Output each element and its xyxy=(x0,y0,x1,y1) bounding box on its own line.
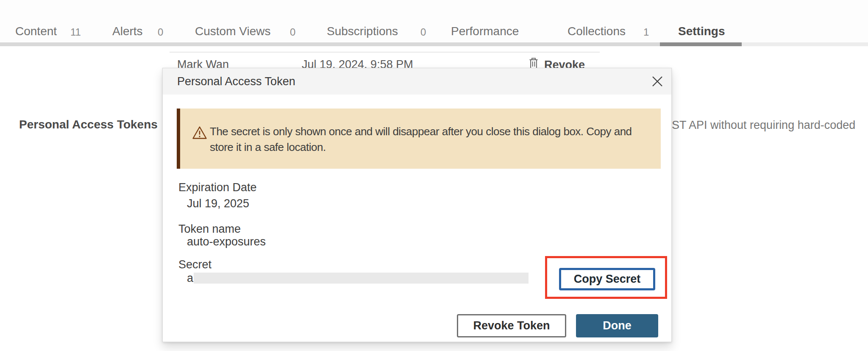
warning-triangle-icon xyxy=(192,125,207,142)
warning-message: The secret is only shown once and will d… xyxy=(210,124,632,155)
done-button[interactable]: Done xyxy=(576,314,658,337)
section-description-fragment: ST API without requiring hard-coded xyxy=(672,119,855,132)
tab-content[interactable]: Content xyxy=(15,25,57,38)
expiration-date-label: Expiration Date xyxy=(178,181,257,194)
revoke-token-button[interactable]: Revoke Token xyxy=(457,314,566,337)
warning-message-line1: The secret is only shown once and will d… xyxy=(210,124,632,139)
section-title: Personal Access Tokens xyxy=(19,118,158,131)
dialog-header: Personal Access Token xyxy=(163,68,671,95)
tab-bar: Content 11 Alerts 0 Custom Views 0 Subsc… xyxy=(0,0,868,46)
warning-banner: The secret is only shown once and will d… xyxy=(177,109,661,169)
tab-subscriptions-count: 0 xyxy=(420,26,426,38)
table-row-divider xyxy=(170,52,600,53)
copy-secret-button[interactable]: Copy Secret xyxy=(559,268,655,290)
expiration-date-value: Jul 19, 2025 xyxy=(187,197,249,210)
tab-strip-divider-right xyxy=(742,42,868,46)
tab-collections[interactable]: Collections xyxy=(568,25,626,38)
close-icon[interactable] xyxy=(650,74,665,89)
tab-custom-views[interactable]: Custom Views xyxy=(195,25,270,38)
settings-page: Content 11 Alerts 0 Custom Views 0 Subsc… xyxy=(0,0,868,351)
tab-custom-views-count: 0 xyxy=(290,26,295,38)
tab-collections-count: 1 xyxy=(643,26,649,38)
secret-masked-bar xyxy=(194,273,529,284)
token-name-label: Token name xyxy=(178,223,241,236)
secret-value: a xyxy=(187,272,193,285)
tab-alerts[interactable]: Alerts xyxy=(112,25,143,38)
tab-performance[interactable]: Performance xyxy=(451,25,519,38)
tab-subscriptions[interactable]: Subscriptions xyxy=(327,25,398,38)
tab-settings[interactable]: Settings xyxy=(678,25,725,38)
personal-access-token-dialog: Personal Access Token The secret is only… xyxy=(162,68,672,342)
tab-alerts-count: 0 xyxy=(158,26,163,38)
token-name-value: auto-exposures xyxy=(187,235,266,248)
tab-strip-divider xyxy=(0,42,660,46)
tab-content-count: 11 xyxy=(70,26,81,38)
active-tab-underline xyxy=(660,42,742,46)
warning-message-line2: store it in a safe location. xyxy=(210,139,632,155)
dialog-title: Personal Access Token xyxy=(177,75,295,88)
secret-label: Secret xyxy=(178,258,211,271)
